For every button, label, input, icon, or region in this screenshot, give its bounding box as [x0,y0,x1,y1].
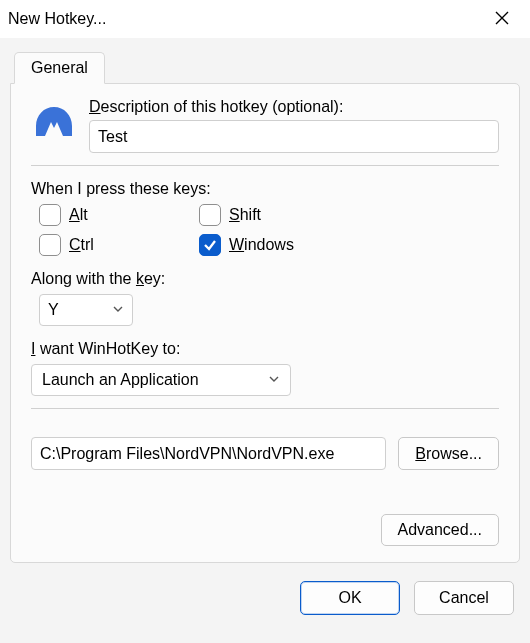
key-label: Along with the key: [31,270,499,288]
key-select[interactable]: Y [39,294,133,326]
modifiers-heading: When I press these keys: [31,180,499,198]
checkbox-windows-label: Windows [229,236,294,254]
browse-button-label: Browse... [415,445,482,463]
separator [31,165,499,166]
checkbox-box [39,204,61,226]
browse-button[interactable]: Browse... [398,437,499,470]
close-icon [495,9,509,30]
mountain-icon [34,104,74,142]
target-path-input[interactable] [31,437,386,470]
close-button[interactable] [488,5,516,33]
checkbox-shift[interactable]: Shift [199,204,499,226]
chevron-down-icon [268,371,280,389]
cancel-button-label: Cancel [439,589,489,607]
titlebar: New Hotkey... [0,0,530,38]
key-select-value: Y [48,301,59,319]
description-input[interactable] [89,120,499,153]
advanced-button-label: Advanced... [398,521,483,539]
checkbox-ctrl[interactable]: Ctrl [39,234,199,256]
cancel-button[interactable]: Cancel [414,581,514,615]
advanced-button[interactable]: Advanced... [381,514,500,546]
app-logo [31,98,77,142]
description-label: Description of this hotkey (optional): [89,98,499,116]
separator [31,408,499,409]
action-select[interactable]: Launch an Application [31,364,291,396]
ok-button-label: OK [338,589,361,607]
panel-general: Description of this hotkey (optional): W… [10,83,520,563]
checkbox-box [199,234,221,256]
tab-strip: General [0,38,530,83]
checkbox-shift-label: Shift [229,206,261,224]
checkbox-ctrl-label: Ctrl [69,236,94,254]
checkbox-alt[interactable]: Alt [39,204,199,226]
chevron-down-icon [112,301,124,319]
window-title: New Hotkey... [8,10,106,28]
dialog-button-row: OK Cancel [0,573,530,627]
checkbox-box [199,204,221,226]
action-label: I want WinHotKey to: [31,340,499,358]
checkbox-alt-label: Alt [69,206,88,224]
tab-general[interactable]: General [14,52,105,84]
checkbox-windows[interactable]: Windows [199,234,499,256]
checkbox-box [39,234,61,256]
tab-general-label: General [31,59,88,76]
action-select-value: Launch an Application [42,371,199,389]
ok-button[interactable]: OK [300,581,400,615]
